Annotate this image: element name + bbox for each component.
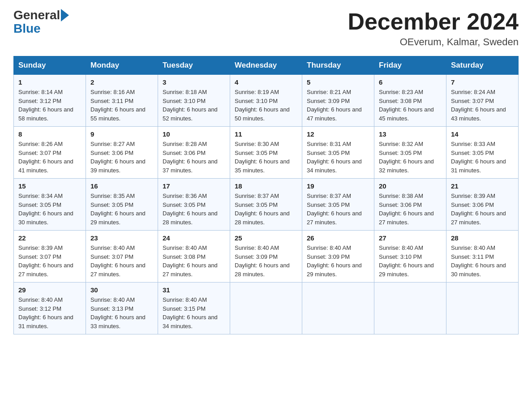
- calendar-week-1: 1 Sunrise: 8:14 AMSunset: 3:12 PMDayligh…: [14, 75, 519, 127]
- day-number: 28: [451, 234, 514, 242]
- day-number: 27: [379, 234, 442, 242]
- day-number: 14: [451, 130, 514, 138]
- calendar-day-31: 31 Sunrise: 8:40 AMSunset: 3:15 PMDaylig…: [158, 283, 230, 334]
- day-detail: Sunrise: 8:30 AMSunset: 3:05 PMDaylight:…: [235, 141, 290, 174]
- header-sunday: Sunday: [14, 56, 86, 75]
- day-detail: Sunrise: 8:34 AMSunset: 3:05 PMDaylight:…: [18, 193, 73, 226]
- logo-blue-text: Blue: [13, 21, 41, 36]
- location-subtitle: OEverum, Kalmar, Sweden: [348, 36, 519, 48]
- calendar-day-17: 17 Sunrise: 8:36 AMSunset: 3:05 PMDaylig…: [158, 179, 230, 231]
- day-detail: Sunrise: 8:39 AMSunset: 3:06 PMDaylight:…: [451, 193, 506, 226]
- calendar-day-4: 4 Sunrise: 8:19 AMSunset: 3:10 PMDayligh…: [230, 75, 302, 127]
- day-detail: Sunrise: 8:37 AMSunset: 3:05 PMDaylight:…: [235, 193, 290, 226]
- day-number: 20: [379, 182, 442, 190]
- calendar-day-21: 21 Sunrise: 8:39 AMSunset: 3:06 PMDaylig…: [446, 179, 519, 231]
- day-detail: Sunrise: 8:19 AMSunset: 3:10 PMDaylight:…: [235, 89, 290, 122]
- day-number: 8: [18, 130, 81, 138]
- page-header: General Blue December 2024 OEverum, Kalm…: [13, 9, 519, 48]
- calendar-day-24: 24 Sunrise: 8:40 AMSunset: 3:08 PMDaylig…: [158, 231, 230, 283]
- calendar-day-18: 18 Sunrise: 8:37 AMSunset: 3:05 PMDaylig…: [230, 179, 302, 231]
- calendar-day-2: 2 Sunrise: 8:16 AMSunset: 3:11 PMDayligh…: [86, 75, 158, 127]
- day-number: 30: [90, 286, 153, 294]
- empty-cell: [230, 283, 302, 334]
- calendar-day-6: 6 Sunrise: 8:23 AMSunset: 3:08 PMDayligh…: [374, 75, 446, 127]
- day-detail: Sunrise: 8:40 AMSunset: 3:15 PMDaylight:…: [163, 296, 218, 330]
- title-section: December 2024 OEverum, Kalmar, Sweden: [348, 9, 519, 48]
- calendar-day-29: 29 Sunrise: 8:40 AMSunset: 3:12 PMDaylig…: [14, 283, 86, 334]
- day-detail: Sunrise: 8:37 AMSunset: 3:05 PMDaylight:…: [307, 193, 362, 226]
- day-detail: Sunrise: 8:40 AMSunset: 3:11 PMDaylight:…: [451, 244, 506, 278]
- day-number: 13: [379, 130, 442, 138]
- day-detail: Sunrise: 8:23 AMSunset: 3:08 PMDaylight:…: [379, 89, 434, 122]
- calendar-day-10: 10 Sunrise: 8:28 AMSunset: 3:06 PMDaylig…: [158, 127, 230, 179]
- header-thursday: Thursday: [302, 56, 374, 75]
- calendar-day-25: 25 Sunrise: 8:40 AMSunset: 3:09 PMDaylig…: [230, 231, 302, 283]
- day-detail: Sunrise: 8:40 AMSunset: 3:12 PMDaylight:…: [18, 296, 73, 330]
- day-detail: Sunrise: 8:28 AMSunset: 3:06 PMDaylight:…: [163, 141, 218, 174]
- day-number: 22: [18, 234, 81, 242]
- day-detail: Sunrise: 8:32 AMSunset: 3:05 PMDaylight:…: [379, 141, 434, 174]
- day-number: 31: [163, 286, 225, 294]
- calendar-week-5: 29 Sunrise: 8:40 AMSunset: 3:12 PMDaylig…: [14, 283, 519, 334]
- calendar-day-8: 8 Sunrise: 8:26 AMSunset: 3:07 PMDayligh…: [14, 127, 86, 179]
- logo-arrow-icon: [61, 9, 69, 21]
- logo: General Blue: [13, 9, 70, 36]
- day-number: 25: [235, 234, 297, 242]
- calendar-day-23: 23 Sunrise: 8:40 AMSunset: 3:07 PMDaylig…: [86, 231, 158, 283]
- day-number: 5: [307, 78, 369, 86]
- day-number: 12: [307, 130, 369, 138]
- calendar-header-row: Sunday Monday Tuesday Wednesday Thursday…: [14, 56, 519, 75]
- day-detail: Sunrise: 8:31 AMSunset: 3:05 PMDaylight:…: [307, 141, 362, 174]
- day-number: 24: [163, 234, 225, 242]
- day-number: 9: [90, 130, 153, 138]
- calendar-day-7: 7 Sunrise: 8:24 AMSunset: 3:07 PMDayligh…: [446, 75, 519, 127]
- header-friday: Friday: [374, 56, 446, 75]
- day-detail: Sunrise: 8:26 AMSunset: 3:07 PMDaylight:…: [18, 141, 73, 174]
- day-number: 15: [18, 182, 81, 190]
- day-number: 1: [18, 78, 81, 86]
- calendar-day-13: 13 Sunrise: 8:32 AMSunset: 3:05 PMDaylig…: [374, 127, 446, 179]
- day-detail: Sunrise: 8:27 AMSunset: 3:06 PMDaylight:…: [90, 141, 146, 174]
- day-detail: Sunrise: 8:36 AMSunset: 3:05 PMDaylight:…: [163, 193, 218, 226]
- day-number: 16: [90, 182, 153, 190]
- day-number: 18: [235, 182, 297, 190]
- day-number: 29: [18, 286, 81, 294]
- calendar-day-14: 14 Sunrise: 8:33 AMSunset: 3:05 PMDaylig…: [446, 127, 519, 179]
- month-year-title: December 2024: [348, 9, 519, 34]
- calendar-day-9: 9 Sunrise: 8:27 AMSunset: 3:06 PMDayligh…: [86, 127, 158, 179]
- calendar-day-26: 26 Sunrise: 8:40 AMSunset: 3:09 PMDaylig…: [302, 231, 374, 283]
- calendar-day-20: 20 Sunrise: 8:38 AMSunset: 3:06 PMDaylig…: [374, 179, 446, 231]
- header-wednesday: Wednesday: [230, 56, 302, 75]
- day-detail: Sunrise: 8:40 AMSunset: 3:10 PMDaylight:…: [379, 244, 434, 278]
- calendar-day-22: 22 Sunrise: 8:39 AMSunset: 3:07 PMDaylig…: [14, 231, 86, 283]
- day-detail: Sunrise: 8:14 AMSunset: 3:12 PMDaylight:…: [18, 89, 73, 122]
- logo-general-text: General: [13, 9, 60, 21]
- calendar-day-1: 1 Sunrise: 8:14 AMSunset: 3:12 PMDayligh…: [14, 75, 86, 127]
- day-number: 10: [163, 130, 225, 138]
- day-detail: Sunrise: 8:33 AMSunset: 3:05 PMDaylight:…: [451, 141, 506, 174]
- day-detail: Sunrise: 8:35 AMSunset: 3:05 PMDaylight:…: [90, 193, 146, 226]
- day-detail: Sunrise: 8:38 AMSunset: 3:06 PMDaylight:…: [379, 193, 434, 226]
- empty-cell: [302, 283, 374, 334]
- day-number: 23: [90, 234, 153, 242]
- day-detail: Sunrise: 8:40 AMSunset: 3:09 PMDaylight:…: [235, 244, 290, 278]
- day-number: 2: [90, 78, 153, 86]
- day-number: 21: [451, 182, 514, 190]
- day-detail: Sunrise: 8:21 AMSunset: 3:09 PMDaylight:…: [307, 89, 362, 122]
- day-number: 4: [235, 78, 297, 86]
- header-monday: Monday: [86, 56, 158, 75]
- calendar-week-3: 15 Sunrise: 8:34 AMSunset: 3:05 PMDaylig…: [14, 179, 519, 231]
- day-number: 17: [163, 182, 225, 190]
- header-tuesday: Tuesday: [158, 56, 230, 75]
- day-number: 3: [163, 78, 225, 86]
- day-detail: Sunrise: 8:40 AMSunset: 3:13 PMDaylight:…: [90, 296, 146, 330]
- calendar-day-28: 28 Sunrise: 8:40 AMSunset: 3:11 PMDaylig…: [446, 231, 519, 283]
- day-number: 7: [451, 78, 514, 86]
- calendar-day-30: 30 Sunrise: 8:40 AMSunset: 3:13 PMDaylig…: [86, 283, 158, 334]
- calendar-day-3: 3 Sunrise: 8:18 AMSunset: 3:10 PMDayligh…: [158, 75, 230, 127]
- calendar-day-12: 12 Sunrise: 8:31 AMSunset: 3:05 PMDaylig…: [302, 127, 374, 179]
- calendar-day-11: 11 Sunrise: 8:30 AMSunset: 3:05 PMDaylig…: [230, 127, 302, 179]
- calendar-week-2: 8 Sunrise: 8:26 AMSunset: 3:07 PMDayligh…: [14, 127, 519, 179]
- calendar-day-15: 15 Sunrise: 8:34 AMSunset: 3:05 PMDaylig…: [14, 179, 86, 231]
- empty-cell: [374, 283, 446, 334]
